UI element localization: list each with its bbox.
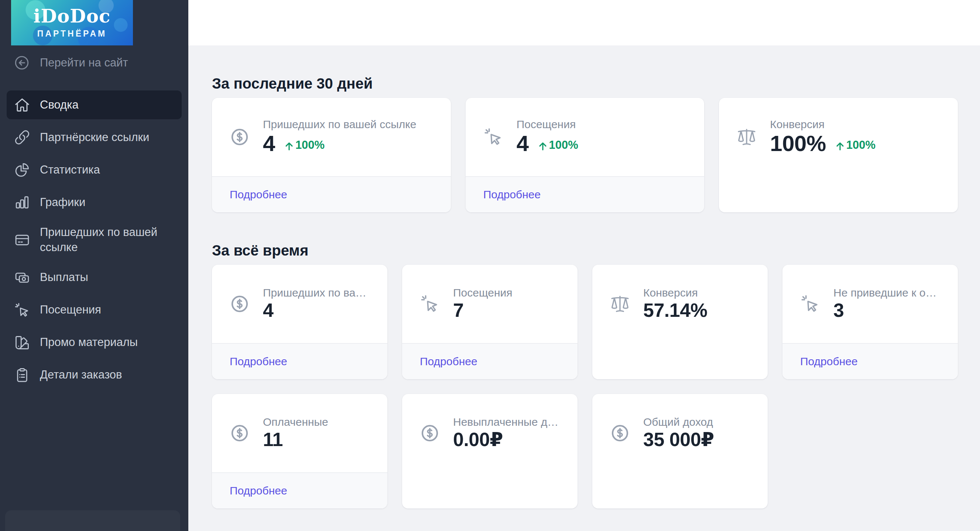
stat-card-value-row: 100%100% <box>770 132 945 156</box>
swatch-icon <box>14 335 30 351</box>
sidebar-item[interactable]: Детали заказов <box>6 361 182 390</box>
sidebar-item-label: Промо материалы <box>40 335 138 350</box>
stat-card: Невыплаченные д…0.00₽ <box>402 394 578 509</box>
stat-card-body: Оплаченные11 <box>212 394 387 472</box>
sidebar-item-label: Графики <box>40 195 85 210</box>
sidebar-item[interactable]: Пришедших по вашей ссылке <box>6 221 182 259</box>
brand-logo: iDoDoc ПАРТНЁРАМ <box>11 0 133 45</box>
stat-card-delta-value: 100% <box>295 138 325 152</box>
stat-card-label: Общий доход <box>643 416 755 428</box>
stat-card-value-row: 35 000₽ <box>643 429 755 450</box>
card-grid: Пришедших по вашей ссылке4100%ПодробнееП… <box>212 98 958 212</box>
details-link[interactable]: Подробнее <box>230 355 287 368</box>
stat-card-body: Посещения4100% <box>466 98 705 176</box>
dollar-circle-icon <box>610 423 630 443</box>
details-link[interactable]: Подробнее <box>230 188 287 201</box>
stat-card-value-row: 4 <box>263 300 375 321</box>
sidebar-item-label: Сводка <box>40 97 79 113</box>
brand-subtitle: ПАРТНЁРАМ <box>37 29 107 39</box>
stat-card-value: 3 <box>834 300 844 321</box>
stat-card-footer: Подробнее <box>466 176 705 212</box>
main-content: За последние 30 днейПришедших по вашей с… <box>188 45 980 531</box>
sidebar-item[interactable]: Статистика <box>6 156 182 184</box>
cursor-click-icon <box>14 302 30 318</box>
stat-card-value-row: 7 <box>453 300 565 321</box>
clipboard-icon <box>14 367 30 383</box>
stat-card: Пришедших по ва…4Подробнее <box>212 265 387 379</box>
section-title: За последние 30 дней <box>212 75 958 92</box>
stat-card-delta: 100% <box>537 138 578 152</box>
sidebar-peek-item <box>5 510 180 531</box>
home-icon <box>14 97 30 113</box>
bar-chart-icon <box>14 194 30 210</box>
card-grid: Пришедших по ва…4ПодробнееПосещения7Подр… <box>212 265 958 509</box>
stat-card-body: Не приведшие к о…3 <box>783 265 958 343</box>
credit-card-icon <box>14 232 30 248</box>
cursor-click-icon <box>420 294 440 314</box>
stat-card-value: 11 <box>263 429 283 450</box>
stat-card-label: Конверсия <box>643 286 755 299</box>
stat-card-value-row: 4100% <box>517 132 692 156</box>
stat-card-label: Посещения <box>453 286 565 299</box>
stat-card-value: 0.00₽ <box>453 429 503 450</box>
stat-card: Посещения7Подробнее <box>402 265 578 379</box>
sidebar-item-label: Партнёрские ссылки <box>40 130 149 145</box>
stat-card-delta-value: 100% <box>846 138 875 152</box>
stat-card-value: 7 <box>453 300 463 321</box>
dollar-circle-icon <box>230 127 250 147</box>
details-link[interactable]: Подробнее <box>230 485 287 497</box>
dollar-circle-icon <box>420 423 440 443</box>
sidebar-item[interactable]: Сводка <box>6 91 182 119</box>
stat-card-value-row: 57.14% <box>643 300 755 321</box>
stat-card-label: Конверсия <box>770 118 945 131</box>
sidebar-item[interactable]: Посещения <box>6 296 182 324</box>
details-link[interactable]: Подробнее <box>484 188 541 201</box>
stat-card-footer: Подробнее <box>402 343 578 379</box>
stat-card-delta: 100% <box>834 138 875 152</box>
stat-card: Конверсия57.14% <box>592 265 768 379</box>
stat-card-footer: Подробнее <box>783 343 958 379</box>
sidebar-nav: СводкаПартнёрские ссылкиСтатистикаГрафик… <box>6 91 182 390</box>
banknotes-icon <box>14 270 30 286</box>
topbar <box>188 0 980 45</box>
stat-card-value-row: 0.00₽ <box>453 429 565 450</box>
details-link[interactable]: Подробнее <box>420 355 477 368</box>
stat-card-value: 4 <box>263 132 275 156</box>
arrow-up-icon <box>283 140 295 152</box>
sidebar-item[interactable]: Графики <box>6 188 182 217</box>
stat-card-value-row: 4100% <box>263 132 438 156</box>
cursor-click-icon <box>484 127 503 147</box>
arrow-up-icon <box>537 140 549 152</box>
stat-card-label: Не приведшие к о… <box>834 286 945 299</box>
sidebar-item[interactable]: Партнёрские ссылки <box>6 123 182 152</box>
arrow-left-circle-icon <box>13 54 30 71</box>
stat-card-body: Пришедших по ва…4 <box>212 265 387 343</box>
sidebar-item-label: Выплаты <box>40 270 88 285</box>
sidebar-item[interactable]: Выплаты <box>6 263 182 292</box>
details-link[interactable]: Подробнее <box>800 355 858 368</box>
stat-card-body: Невыплаченные д…0.00₽ <box>402 394 578 472</box>
stat-card-label: Невыплаченные д… <box>453 416 565 428</box>
stat-card-info: Конверсия100%100% <box>770 118 945 156</box>
stat-card-body: Конверсия57.14% <box>592 265 768 343</box>
stat-card-info: Посещения4100% <box>517 118 692 156</box>
dollar-circle-icon <box>230 294 250 314</box>
stat-card-info: Пришедших по ва…4 <box>263 286 375 321</box>
back-to-site-link[interactable]: Перейти на сайт <box>0 51 188 74</box>
section-title: За всё время <box>212 242 958 259</box>
stat-card-info: Не приведшие к о…3 <box>834 286 945 321</box>
brand-title: iDoDoc <box>33 7 111 25</box>
stat-card-info: Пришедших по вашей ссылке4100% <box>263 118 438 156</box>
scales-icon <box>610 294 630 314</box>
sidebar-item[interactable]: Промо материалы <box>6 328 182 357</box>
sidebar-item-label: Посещения <box>40 302 101 318</box>
stat-card: Посещения4100%Подробнее <box>466 98 705 212</box>
stat-card-info: Невыплаченные д…0.00₽ <box>453 416 565 450</box>
sections: За последние 30 днейПришедших по вашей с… <box>212 75 958 509</box>
link-icon <box>14 129 30 145</box>
stat-card: Пришедших по вашей ссылке4100%Подробнее <box>212 98 451 212</box>
stat-card-body: Посещения7 <box>402 265 578 343</box>
stat-card-value-row: 11 <box>263 429 375 450</box>
stat-card: Конверсия100%100% <box>719 98 958 212</box>
stat-card-label: Пришедших по вашей ссылке <box>263 118 438 131</box>
